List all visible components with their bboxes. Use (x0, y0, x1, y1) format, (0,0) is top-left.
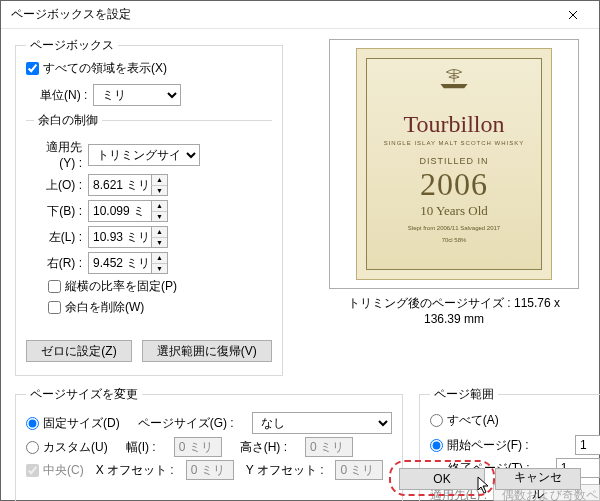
right-spinner[interactable]: ▲▼ (88, 252, 168, 274)
height-label: 高さ(H) : (240, 439, 287, 456)
chevron-up-icon[interactable]: ▲ (151, 201, 167, 212)
left-spinner[interactable]: ▲▼ (88, 226, 168, 248)
fixed-size-radio[interactable]: 固定サイズ(D) (26, 415, 120, 432)
ship-icon (437, 67, 471, 89)
apply-to-label: 適用先(Y) : (34, 139, 82, 170)
titlebar: ページボックスを設定 (1, 1, 599, 29)
change-size-group: ページサイズを変更 固定サイズ(D) ページサイズ(G) : なし カスタム(U… (15, 386, 403, 501)
top-input[interactable] (89, 175, 151, 195)
all-pages-radio-input[interactable] (430, 414, 443, 427)
change-size-legend: ページサイズを変更 (26, 386, 142, 403)
custom-radio-input[interactable] (26, 441, 39, 454)
preview-sheet: Tourbillon SINGLE ISLAY MALT SCOTCH WHIS… (356, 48, 552, 280)
right-input[interactable] (89, 253, 151, 273)
start-page-radio[interactable]: 開始ページ(F) : (430, 437, 529, 454)
start-page-input[interactable] (575, 435, 600, 455)
width-label: 幅(I) : (126, 439, 156, 456)
page-range-legend: ページ範囲 (430, 386, 498, 403)
right-label: 右(R) : (34, 255, 82, 272)
preview-box: Tourbillon SINGLE ISLAY MALT SCOTCH WHIS… (329, 39, 579, 289)
chevron-down-icon[interactable]: ▼ (151, 212, 167, 222)
apply-to-select[interactable]: トリミングサイズ (88, 144, 200, 166)
custom-radio[interactable]: カスタム(U) (26, 439, 108, 456)
label-small2: 70cl 58% (371, 237, 537, 243)
yoffset-label: Y オフセット : (246, 462, 324, 479)
close-icon[interactable] (551, 2, 595, 28)
ok-button[interactable]: OK (399, 468, 485, 490)
show-all-checkbox-input[interactable] (26, 62, 39, 75)
preview-panel: Tourbillon SINGLE ISLAY MALT SCOTCH WHIS… (329, 39, 579, 326)
height-input[interactable] (305, 437, 353, 457)
bottom-label: 下(B) : (34, 203, 82, 220)
revert-button[interactable]: 選択範囲に復帰(V) (142, 340, 272, 362)
xoffset-label: X オフセット : (96, 462, 174, 479)
page-size-label: ページサイズ(G) : (138, 415, 234, 432)
label-tag: SINGLE ISLAY MALT SCOTCH WHISKY (371, 140, 537, 146)
label-year: 2006 (371, 166, 537, 203)
constrain-checkbox[interactable]: 縦横の比率を固定(P) (48, 278, 262, 295)
dialog-footer: OK キャンセル (399, 468, 581, 490)
page-size-select[interactable]: なし (252, 412, 392, 434)
label-brand: Tourbillon (371, 111, 537, 138)
page-boxes-group: ページボックス すべての領域を表示(X) 単位(N) : ミリ 余白の制御 適用… (15, 37, 283, 376)
label-distilled: DISTILLED IN (371, 156, 537, 166)
label-age: 10 Years Old (371, 203, 537, 219)
unit-label: 単位(N) : (40, 87, 87, 104)
dialog-window: ページボックスを設定 ページボックス すべての領域を表示(X) 単位(N) : … (0, 0, 600, 501)
center-checkbox[interactable]: 中央(C) (26, 462, 84, 479)
chevron-down-icon[interactable]: ▼ (151, 186, 167, 196)
chevron-up-icon[interactable]: ▲ (151, 227, 167, 238)
chevron-up-icon[interactable]: ▲ (151, 175, 167, 186)
trim-size-label: トリミング後のページサイズ : 115.76 x 136.39 mm (329, 295, 579, 326)
margin-legend: 余白の制御 (34, 112, 102, 129)
cancel-button[interactable]: キャンセル (495, 468, 581, 490)
label-small1: Slept from 2006/11 Salvaged 2017 (371, 225, 537, 231)
yoffset-input[interactable] (335, 460, 383, 480)
left-label: 左(L) : (34, 229, 82, 246)
top-spinner[interactable]: ▲▼ (88, 174, 168, 196)
chevron-up-icon[interactable]: ▲ (151, 253, 167, 264)
window-title: ページボックスを設定 (11, 6, 551, 23)
bottom-input[interactable] (89, 201, 151, 221)
unit-select[interactable]: ミリ (93, 84, 181, 106)
show-all-checkbox[interactable]: すべての領域を表示(X) (26, 60, 167, 77)
zero-button[interactable]: ゼロに設定(Z) (26, 340, 131, 362)
chevron-down-icon[interactable]: ▼ (151, 238, 167, 248)
xoffset-input[interactable] (186, 460, 234, 480)
bottom-spinner[interactable]: ▲▼ (88, 200, 168, 222)
remove-margin-checkbox-input[interactable] (48, 301, 61, 314)
chevron-down-icon[interactable]: ▼ (151, 264, 167, 274)
remove-margin-checkbox[interactable]: 余白を削除(W) (48, 299, 262, 316)
width-input[interactable] (174, 437, 222, 457)
constrain-checkbox-input[interactable] (48, 280, 61, 293)
margin-group: 余白の制御 適用先(Y) : トリミングサイズ 上(O) : ▲▼ 下(B) : (26, 112, 272, 330)
fixed-size-radio-input[interactable] (26, 417, 39, 430)
page-boxes-legend: ページボックス (26, 37, 118, 54)
start-page-radio-input[interactable] (430, 439, 443, 452)
center-checkbox-input[interactable] (26, 464, 39, 477)
all-pages-radio[interactable]: すべて(A) (430, 412, 499, 429)
top-label: 上(O) : (34, 177, 82, 194)
left-input[interactable] (89, 227, 151, 247)
